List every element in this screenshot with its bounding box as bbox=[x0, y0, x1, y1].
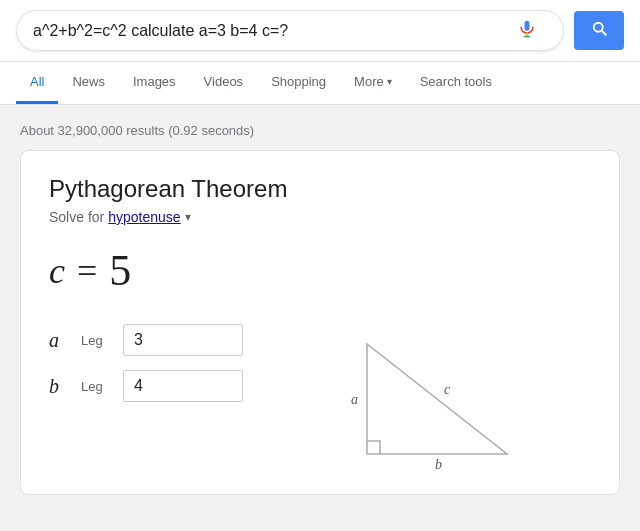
result-card: Pythagorean Theorem Solve for hypotenuse… bbox=[20, 150, 620, 495]
triangle-diagram: a b c bbox=[273, 324, 591, 474]
solve-for-row: Solve for hypotenuse ▾ bbox=[49, 209, 591, 225]
results-area: About 32,900,000 results (0.92 seconds) … bbox=[0, 105, 640, 505]
solve-for-label: Solve for bbox=[49, 209, 104, 225]
solve-for-link[interactable]: hypotenuse bbox=[108, 209, 180, 225]
tab-shopping[interactable]: Shopping bbox=[257, 62, 340, 104]
svg-text:b: b bbox=[435, 457, 442, 472]
bottom-chevron-area: ⌄ bbox=[0, 505, 640, 531]
tab-search-tools[interactable]: Search tools bbox=[406, 62, 506, 104]
svg-rect-0 bbox=[525, 21, 530, 31]
var-a-input[interactable] bbox=[123, 324, 243, 356]
eq-equals: = bbox=[77, 250, 97, 292]
inputs-diagram-row: a Leg b Leg a bbox=[49, 324, 591, 474]
tab-all[interactable]: All bbox=[16, 62, 58, 104]
var-b-label: b bbox=[49, 375, 69, 398]
header bbox=[0, 0, 640, 62]
svg-text:a: a bbox=[351, 392, 358, 407]
nav-tabs: All News Images Videos Shopping More ▾ S… bbox=[0, 62, 640, 105]
input-row-b: b Leg bbox=[49, 370, 243, 402]
results-count: About 32,900,000 results (0.92 seconds) bbox=[20, 123, 620, 138]
eq-variable: c bbox=[49, 250, 65, 292]
search-button[interactable] bbox=[574, 11, 624, 50]
tab-videos[interactable]: Videos bbox=[190, 62, 258, 104]
chevron-down-icon[interactable]: ⌄ bbox=[311, 519, 329, 531]
tab-images[interactable]: Images bbox=[119, 62, 190, 104]
var-b-input[interactable] bbox=[123, 370, 243, 402]
inputs-section: a Leg b Leg bbox=[49, 324, 243, 416]
search-input[interactable] bbox=[33, 22, 517, 40]
search-box bbox=[16, 10, 564, 51]
tab-more[interactable]: More ▾ bbox=[340, 62, 406, 104]
input-row-a: a Leg bbox=[49, 324, 243, 356]
svg-marker-3 bbox=[367, 344, 507, 454]
mic-icon[interactable] bbox=[517, 19, 537, 42]
var-b-desc: Leg bbox=[81, 379, 111, 394]
more-dropdown-icon: ▾ bbox=[387, 76, 392, 87]
var-a-label: a bbox=[49, 329, 69, 352]
eq-value: 5 bbox=[109, 245, 131, 296]
tab-news[interactable]: News bbox=[58, 62, 119, 104]
solve-dropdown-icon[interactable]: ▾ bbox=[185, 210, 191, 224]
var-a-desc: Leg bbox=[81, 333, 111, 348]
equation-result: c = 5 bbox=[49, 245, 591, 296]
theorem-title: Pythagorean Theorem bbox=[49, 175, 591, 203]
svg-text:c: c bbox=[444, 382, 451, 397]
